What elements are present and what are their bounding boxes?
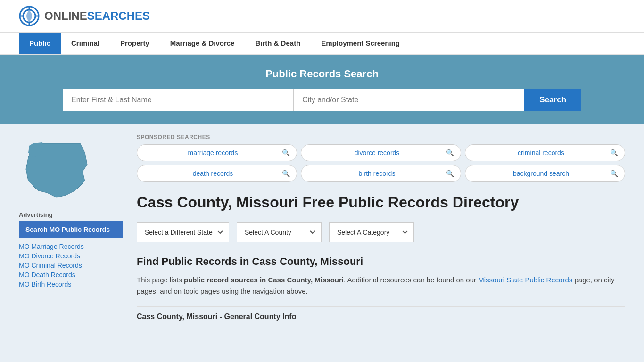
state-map-icon bbox=[19, 139, 94, 200]
search-banner-title: Public Records Search bbox=[19, 68, 625, 80]
sidebar-link-death[interactable]: MO Death Records bbox=[19, 271, 123, 279]
content-area: SPONSORED SEARCHES marriage records 🔍 di… bbox=[137, 134, 625, 321]
sidebar-link-divorce[interactable]: MO Divorce Records bbox=[19, 252, 123, 260]
dropdowns-row: Select a Different State Select A County… bbox=[137, 222, 625, 242]
nav-item-birth-death[interactable]: Birth & Death bbox=[245, 33, 311, 54]
sponsored-grid: marriage records 🔍 divorce records 🔍 cri… bbox=[137, 144, 625, 182]
sponsored-item-background[interactable]: background search 🔍 bbox=[465, 165, 625, 182]
nav-item-marriage-divorce[interactable]: Marriage & Divorce bbox=[160, 33, 245, 54]
search-icon: 🔍 bbox=[610, 170, 618, 177]
logo-text: ONLINESEARCHES bbox=[44, 9, 150, 23]
sidebar: Advertising Search MO Public Records MO … bbox=[19, 139, 123, 321]
sidebar-link-criminal[interactable]: MO Criminal Records bbox=[19, 262, 123, 269]
county-dropdown[interactable]: Select A County bbox=[237, 222, 322, 242]
main-wrap: Advertising Search MO Public Records MO … bbox=[0, 124, 644, 330]
sponsored-item-death[interactable]: death records 🔍 bbox=[137, 165, 297, 182]
missouri-records-link[interactable]: Missouri State Public Records bbox=[478, 276, 572, 284]
find-text: This page lists public record sources in… bbox=[137, 274, 625, 297]
sponsored-item-birth[interactable]: birth records 🔍 bbox=[301, 165, 461, 182]
category-dropdown[interactable]: Select A Category bbox=[329, 222, 414, 242]
state-dropdown[interactable]: Select a Different State bbox=[137, 222, 229, 242]
nav-item-criminal[interactable]: Criminal bbox=[61, 33, 110, 54]
logo[interactable]: ONLINESEARCHES bbox=[19, 6, 150, 26]
location-input[interactable] bbox=[294, 89, 524, 111]
search-form: Search bbox=[63, 89, 581, 111]
sidebar-link-marriage[interactable]: MO Marriage Records bbox=[19, 243, 123, 250]
search-button[interactable]: Search bbox=[524, 89, 581, 111]
logo-icon bbox=[19, 6, 40, 26]
ad-box[interactable]: Search MO Public Records bbox=[19, 221, 123, 238]
main-nav: Public Criminal Property Marriage & Divo… bbox=[0, 33, 644, 55]
sponsored-item-divorce[interactable]: divorce records 🔍 bbox=[301, 144, 461, 161]
sponsored-item-marriage[interactable]: marriage records 🔍 bbox=[137, 144, 297, 161]
name-input[interactable] bbox=[63, 89, 294, 111]
page-heading: Cass County, Missouri Free Public Record… bbox=[137, 193, 625, 211]
sidebar-link-birth[interactable]: MO Birth Records bbox=[19, 280, 123, 288]
sponsored-item-criminal[interactable]: criminal records 🔍 bbox=[465, 144, 625, 161]
ad-label: Advertising bbox=[19, 211, 123, 218]
search-banner: Public Records Search Search bbox=[0, 55, 644, 124]
search-icon: 🔍 bbox=[282, 170, 290, 177]
search-icon: 🔍 bbox=[446, 170, 454, 177]
search-icon: 🔍 bbox=[446, 149, 454, 156]
sponsored-label: SPONSORED SEARCHES bbox=[137, 134, 625, 140]
section-divider bbox=[137, 306, 625, 307]
find-heading: Find Public Records in Cass County, Miss… bbox=[137, 255, 625, 268]
search-icon: 🔍 bbox=[282, 149, 290, 156]
nav-item-employment[interactable]: Employment Screening bbox=[311, 33, 410, 54]
search-icon: 🔍 bbox=[610, 149, 618, 156]
site-header: ONLINESEARCHES bbox=[0, 0, 644, 33]
general-info-title: Cass County, Missouri - General County I… bbox=[137, 313, 625, 321]
nav-item-public[interactable]: Public bbox=[19, 33, 61, 54]
nav-item-property[interactable]: Property bbox=[110, 33, 160, 54]
